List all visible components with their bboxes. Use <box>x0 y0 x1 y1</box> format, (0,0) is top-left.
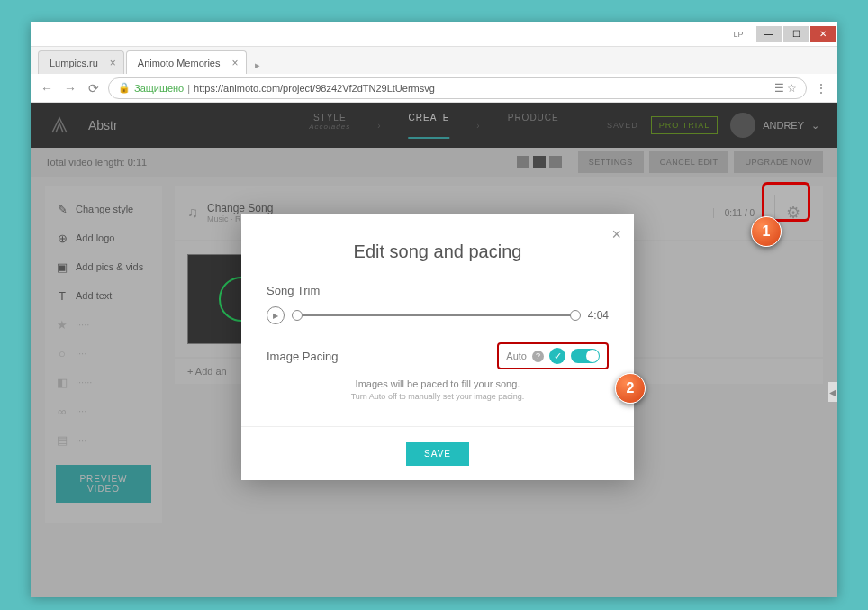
auto-pacing-toggle[interactable] <box>571 349 600 363</box>
auto-pacing-group: Auto ? ✓ <box>497 342 609 369</box>
tab-label: Lumpics.ru <box>50 58 98 68</box>
app-viewport: Abstr STYLE Accolades › CREATE › PRODUCE… <box>31 103 837 597</box>
song-trim-label: Song Trim <box>267 284 609 297</box>
trim-controls: ▶ 4:04 <box>267 306 609 324</box>
pacing-description: Images will be paced to fill your song. <box>267 378 609 389</box>
address-bar: ← → ⟳ 🔒 Защищено | https://animoto.com/p… <box>31 74 837 103</box>
toggle-knob <box>586 350 599 362</box>
browser-window: LP — ☐ ✕ Lumpics.ru × Animoto Memories ×… <box>31 22 837 596</box>
close-window-button[interactable]: ✕ <box>810 26 836 42</box>
reload-button[interactable]: ⟳ <box>85 79 103 97</box>
secure-label: Защищено <box>134 83 184 94</box>
close-tab-icon[interactable]: × <box>231 57 238 69</box>
edit-song-modal: × Edit song and pacing Song Trim ▶ 4:04 … <box>241 214 634 480</box>
play-button[interactable]: ▶ <box>267 306 285 324</box>
tab-lumpics[interactable]: Lumpics.ru × <box>38 50 124 74</box>
close-modal-button[interactable]: × <box>611 225 621 244</box>
modal-footer: SAVE <box>241 426 634 480</box>
help-icon[interactable]: ? <box>532 351 544 362</box>
url-text: https://animoto.com/project/98z42Vf2dTN2… <box>194 83 435 94</box>
minimize-button[interactable]: — <box>756 26 782 42</box>
slider-start-handle[interactable] <box>292 310 303 321</box>
save-button[interactable]: SAVE <box>406 442 469 466</box>
annotation-callout-2: 2 <box>615 373 646 404</box>
close-tab-icon[interactable]: × <box>110 57 116 69</box>
window-titlebar: LP — ☐ ✕ <box>31 22 837 47</box>
back-button[interactable]: ← <box>38 79 56 97</box>
translate-icon[interactable]: ☰ ☆ <box>774 82 797 95</box>
song-duration: 4:04 <box>588 309 609 322</box>
pacing-row: Image Pacing Auto ? ✓ <box>267 342 609 369</box>
side-panel-handle[interactable]: ◀ <box>828 382 837 402</box>
check-icon: ✓ <box>549 348 565 364</box>
browser-tabs: Lumpics.ru × Animoto Memories × ▸ <box>31 47 837 74</box>
forward-button[interactable]: → <box>61 79 79 97</box>
tab-label: Animoto Memories <box>138 58 221 68</box>
image-pacing-label: Image Pacing <box>267 350 339 363</box>
song-trim-section: Song Trim ▶ 4:04 <box>241 284 634 342</box>
lock-icon: 🔒 <box>118 82 131 94</box>
menu-button[interactable]: ⋮ <box>812 79 830 97</box>
tab-animoto[interactable]: Animoto Memories × <box>126 50 247 74</box>
lp-badge: LP <box>728 27 749 41</box>
pacing-hint: Turn Auto off to manually set your image… <box>267 392 609 401</box>
auto-label: Auto <box>506 351 527 361</box>
slider-end-handle[interactable] <box>570 310 581 321</box>
annotation-callout-1: 1 <box>751 216 782 247</box>
trim-slider[interactable] <box>294 314 579 316</box>
image-pacing-section: Image Pacing Auto ? ✓ Images will be pac… <box>241 342 634 426</box>
maximize-button[interactable]: ☐ <box>783 26 809 42</box>
url-input[interactable]: 🔒 Защищено | https://animoto.com/project… <box>108 77 807 99</box>
modal-title: Edit song and pacing <box>241 214 634 284</box>
new-tab-button[interactable]: ▸ <box>249 56 267 74</box>
